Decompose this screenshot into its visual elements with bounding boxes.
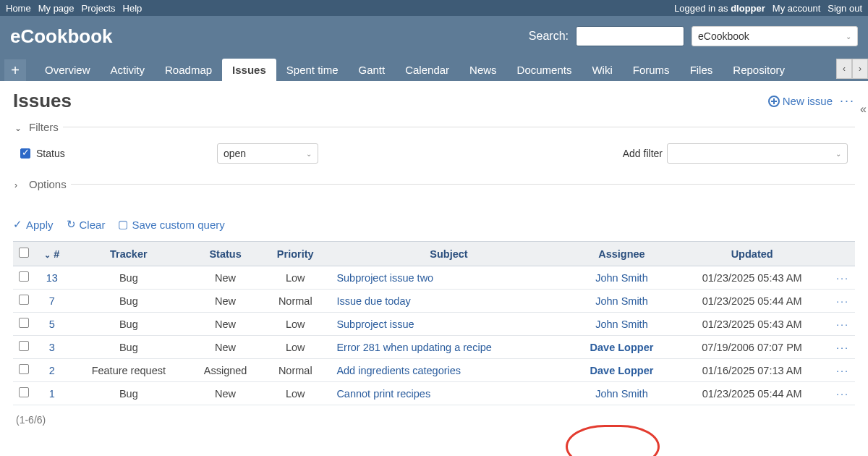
row-actions-icon[interactable]: ··· bbox=[836, 272, 849, 284]
issue-id-link[interactable]: 3 bbox=[49, 342, 55, 353]
cell-priority: Low bbox=[263, 313, 328, 336]
tab-news[interactable]: News bbox=[459, 59, 507, 81]
nav-projects[interactable]: Projects bbox=[82, 3, 116, 14]
cell-status: New bbox=[188, 336, 263, 359]
cell-tracker: Bug bbox=[69, 290, 189, 313]
tab-issues[interactable]: Issues bbox=[222, 59, 276, 81]
issue-id-link[interactable]: 13 bbox=[46, 272, 58, 284]
row-actions-icon[interactable]: ··· bbox=[836, 295, 849, 307]
actions-menu-icon[interactable]: ··· bbox=[840, 93, 855, 109]
tab-forums[interactable]: Forums bbox=[623, 59, 680, 81]
tab-calendar[interactable]: Calendar bbox=[395, 59, 459, 81]
tab-wiki[interactable]: Wiki bbox=[582, 59, 622, 81]
assignee-link[interactable]: John Smith bbox=[595, 318, 648, 330]
row-checkbox[interactable] bbox=[19, 271, 29, 282]
tab-gantt[interactable]: Gantt bbox=[349, 59, 396, 81]
table-row[interactable]: 2Feature requestAssignedNormalAdd ingred… bbox=[13, 359, 855, 382]
project-title: eCookbook bbox=[10, 25, 113, 48]
clear-link[interactable]: ↻Clear bbox=[67, 218, 106, 231]
top-menu-left: Home My page Projects Help bbox=[6, 3, 142, 14]
row-checkbox[interactable] bbox=[19, 387, 29, 397]
row-actions-icon[interactable]: ··· bbox=[836, 365, 849, 376]
row-actions-icon[interactable]: ··· bbox=[836, 388, 849, 400]
tab-documents[interactable]: Documents bbox=[507, 59, 582, 81]
project-jump-select[interactable]: eCookbook ⌄ bbox=[692, 26, 858, 46]
new-object-button[interactable]: + bbox=[4, 59, 26, 81]
reload-icon: ↻ bbox=[67, 218, 76, 231]
table-row[interactable]: 3BugNewLowError 281 when updating a reci… bbox=[13, 336, 855, 359]
col-tracker[interactable]: Tracker bbox=[69, 242, 189, 266]
col-status[interactable]: Status bbox=[188, 242, 263, 266]
assignee-link[interactable]: John Smith bbox=[595, 388, 648, 400]
nav-my-account[interactable]: My account bbox=[773, 3, 820, 14]
issue-id-link[interactable]: 2 bbox=[49, 365, 55, 376]
issue-id-link[interactable]: 1 bbox=[49, 388, 55, 400]
row-actions-icon[interactable]: ··· bbox=[836, 318, 849, 330]
assignee-link[interactable]: John Smith bbox=[595, 272, 648, 284]
tab-repository[interactable]: Repository bbox=[723, 59, 795, 81]
issue-subject-link[interactable]: Cannot print recipes bbox=[336, 388, 430, 400]
status-filter-checkbox[interactable] bbox=[20, 148, 30, 159]
options-fieldset: › Options bbox=[13, 178, 855, 206]
issue-subject-link[interactable]: Issue due today bbox=[336, 295, 410, 307]
nav-sign-out[interactable]: Sign out bbox=[827, 3, 862, 14]
col-id[interactable]: ⌄# bbox=[35, 242, 69, 266]
nav-help[interactable]: Help bbox=[123, 3, 142, 14]
row-actions-icon[interactable]: ··· bbox=[836, 342, 849, 353]
cell-status: Assigned bbox=[188, 359, 263, 382]
tab-spent-time[interactable]: Spent time bbox=[276, 59, 349, 81]
filters-legend[interactable]: ⌄ Filters bbox=[13, 121, 63, 133]
table-row[interactable]: 1BugNewLowCannot print recipesJohn Smith… bbox=[13, 382, 855, 405]
tab-activity[interactable]: Activity bbox=[101, 59, 156, 81]
logged-in-as: Logged in as dlopper bbox=[674, 3, 765, 14]
assignee-link[interactable]: Dave Lopper bbox=[590, 342, 654, 353]
chevron-down-icon: ⌄ bbox=[14, 123, 22, 133]
assignee-link[interactable]: John Smith bbox=[595, 295, 648, 307]
issue-subject-link[interactable]: Subproject issue two bbox=[336, 272, 433, 284]
table-row[interactable]: 5BugNewLowSubproject issueJohn Smith01/2… bbox=[13, 313, 855, 336]
table-row[interactable]: 7BugNewNormalIssue due todayJohn Smith01… bbox=[13, 290, 855, 313]
apply-link[interactable]: ✓Apply bbox=[13, 218, 54, 231]
assignee-link[interactable]: Dave Lopper bbox=[590, 365, 654, 376]
tab-overview[interactable]: Overview bbox=[35, 59, 101, 81]
search-input[interactable] bbox=[576, 26, 684, 46]
save-icon: ▢ bbox=[118, 218, 128, 231]
status-operator-select[interactable]: open ⌄ bbox=[217, 143, 318, 164]
save-query-link[interactable]: ▢Save custom query bbox=[118, 218, 224, 231]
issues-table: ⌄# Tracker Status Priority Subject Assig… bbox=[13, 241, 855, 405]
tabs-scroll-left[interactable]: ‹ bbox=[836, 59, 852, 79]
row-checkbox[interactable] bbox=[19, 341, 29, 351]
cell-tracker: Bug bbox=[69, 336, 189, 359]
col-subject[interactable]: Subject bbox=[328, 242, 569, 266]
issue-subject-link[interactable]: Error 281 when updating a recipe bbox=[336, 342, 491, 353]
cell-priority: Normal bbox=[263, 359, 328, 382]
new-issue-link[interactable]: New issue bbox=[768, 95, 833, 107]
col-updated[interactable]: Updated bbox=[673, 242, 830, 266]
col-priority[interactable]: Priority bbox=[263, 242, 328, 266]
nav-home[interactable]: Home bbox=[6, 3, 31, 14]
chevron-down-icon: ⌄ bbox=[835, 150, 841, 158]
nav-my-page[interactable]: My page bbox=[38, 3, 75, 14]
add-filter-select[interactable]: ⌄ bbox=[667, 143, 848, 164]
issue-subject-link[interactable]: Subproject issue bbox=[336, 318, 414, 330]
table-row[interactable]: 13BugNewLowSubproject issue twoJohn Smit… bbox=[13, 266, 855, 290]
cell-updated: 01/16/2025 07:13 AM bbox=[673, 359, 830, 382]
cell-priority: Normal bbox=[263, 290, 328, 313]
top-menu: Home My page Projects Help Logged in as … bbox=[0, 0, 868, 16]
current-user[interactable]: dlopper bbox=[731, 3, 765, 14]
tabs-scroll-right[interactable]: › bbox=[852, 59, 868, 79]
issue-id-link[interactable]: 7 bbox=[49, 295, 55, 307]
select-all-checkbox[interactable] bbox=[19, 248, 29, 258]
options-legend[interactable]: › Options bbox=[13, 178, 71, 190]
main-tabs: + Overview Activity Roadmap Issues Spent… bbox=[0, 56, 868, 81]
row-checkbox[interactable] bbox=[19, 318, 29, 328]
cell-status: New bbox=[188, 313, 263, 336]
tab-files[interactable]: Files bbox=[680, 59, 723, 81]
issue-subject-link[interactable]: Add ingredients categories bbox=[336, 365, 461, 376]
col-assignee[interactable]: Assignee bbox=[570, 242, 674, 266]
row-checkbox[interactable] bbox=[19, 295, 29, 305]
tab-roadmap[interactable]: Roadmap bbox=[155, 59, 222, 81]
cell-status: New bbox=[188, 382, 263, 405]
row-checkbox[interactable] bbox=[19, 364, 29, 374]
issue-id-link[interactable]: 5 bbox=[49, 318, 55, 330]
